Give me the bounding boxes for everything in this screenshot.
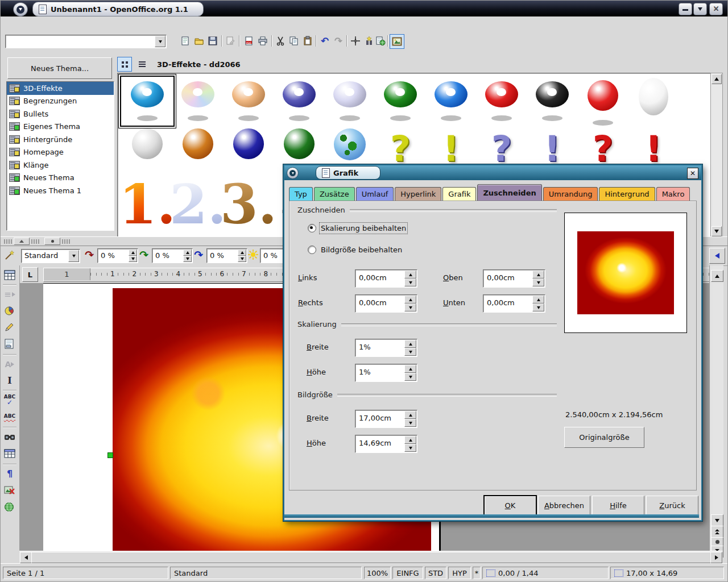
data-sources-icon[interactable] <box>2 446 17 460</box>
navigation-dot-button[interactable] <box>711 537 723 546</box>
gallery-icon[interactable] <box>390 34 404 49</box>
draw-functions-icon[interactable] <box>2 320 17 334</box>
gallery-theme-neues-thema-1[interactable]: Neues Thema 1 <box>7 184 114 197</box>
gallery-item[interactable]: 2. <box>173 174 223 221</box>
dialog-titlebar[interactable]: Grafik ✕ <box>284 165 701 180</box>
status-hyperlink-mode[interactable]: HYP <box>448 567 471 579</box>
blue-spinner[interactable]: 0 % <box>206 248 247 263</box>
spin-down-button[interactable] <box>404 304 416 311</box>
spin-up-button[interactable] <box>404 411 416 419</box>
gallery-theme-bullets[interactable]: Bullets <box>7 107 114 120</box>
hyperlink-dialog-icon[interactable] <box>374 34 387 48</box>
gallery-theme-neues-thema[interactable]: Neues Thema <box>7 172 114 185</box>
spin-up-button[interactable] <box>238 250 246 256</box>
crop-bottom-spinner[interactable]: 0,00cm <box>483 294 545 313</box>
find-icon[interactable] <box>2 430 17 444</box>
print-icon[interactable] <box>256 34 270 48</box>
window-menu-button[interactable] <box>13 2 28 16</box>
spin-up-button[interactable] <box>532 271 544 278</box>
gallery-item[interactable] <box>224 126 274 173</box>
scroll-down-button[interactable] <box>712 226 722 236</box>
tabstop-type-button[interactable]: L <box>22 267 38 282</box>
graphics-onoff-icon[interactable] <box>2 483 17 497</box>
spin-down-button[interactable] <box>404 444 416 452</box>
spin-up-button[interactable] <box>404 365 416 373</box>
document-close-icon[interactable]: ✕ <box>713 4 719 13</box>
help-button[interactable]: Hilfe <box>592 496 644 515</box>
gallery-item[interactable]: 3. <box>224 174 274 221</box>
dialog-close-button[interactable]: ✕ <box>687 168 698 179</box>
copy-icon[interactable] <box>287 34 301 48</box>
spin-up-button[interactable] <box>532 296 544 304</box>
insert-object-icon[interactable] <box>2 304 17 318</box>
new-document-icon[interactable] <box>179 34 192 48</box>
filter-wand-icon[interactable] <box>3 248 16 262</box>
status-zoom[interactable]: 100% <box>364 567 391 579</box>
url-field[interactable] <box>5 35 167 48</box>
spin-up-button[interactable] <box>404 271 416 278</box>
size-height-spinner[interactable]: 14,69cm <box>355 435 417 453</box>
graphics-mode-combo[interactable]: Standard <box>21 249 80 263</box>
save-icon[interactable] <box>206 34 220 48</box>
scroll-up-button[interactable] <box>711 270 723 282</box>
grip-handle[interactable] <box>62 239 70 244</box>
tab-umrandung[interactable]: Umrandung <box>543 187 598 201</box>
gallery-item[interactable] <box>426 78 476 124</box>
redo-icon[interactable]: ↷ <box>332 34 345 48</box>
window-titlebar[interactable]: Unbenannt1 - OpenOffice.org 1.1 ✕ <box>1 1 727 16</box>
previous-page-button[interactable] <box>711 526 723 538</box>
scale-width-spinner[interactable]: 1% <box>355 339 417 357</box>
scale-height-spinner[interactable]: 1% <box>355 364 417 382</box>
spin-down-button[interactable] <box>183 256 192 262</box>
insert-table-icon[interactable] <box>2 268 17 282</box>
edit-file-icon[interactable] <box>224 34 237 48</box>
new-theme-button[interactable]: Neues Thema... <box>7 57 112 79</box>
scroll-right-button[interactable] <box>710 552 722 563</box>
gallery-item[interactable] <box>578 78 628 124</box>
tab-grafik[interactable]: Grafik <box>442 187 476 201</box>
scroll-up-button[interactable] <box>712 74 722 84</box>
spin-down-button[interactable] <box>404 373 416 381</box>
keep-size-radio[interactable]: Bildgröße beibehalten <box>308 246 402 254</box>
vertical-scrollbar[interactable] <box>709 265 723 551</box>
gallery-item[interactable]: 1. <box>122 174 172 221</box>
gallery-scrollbar[interactable] <box>710 73 723 238</box>
gallery-theme-begrenzungen[interactable]: Begrenzungen <box>7 95 114 108</box>
combo-dropdown-button[interactable] <box>68 250 79 262</box>
keep-scale-radio[interactable]: Skalierung beibehalten <box>308 224 406 232</box>
gallery-theme-eigenes-thema[interactable]: Eigenes Thema <box>7 120 114 134</box>
gallery-item[interactable] <box>122 126 172 173</box>
horizontal-scrollbar[interactable] <box>19 551 723 563</box>
maximize-button[interactable] <box>693 3 707 15</box>
navigator-icon[interactable] <box>349 34 362 48</box>
toolbar-scroll-left-button[interactable] <box>709 248 725 264</box>
spin-down-button[interactable] <box>532 304 544 311</box>
spin-down-button[interactable] <box>129 256 137 262</box>
gallery-item[interactable] <box>274 78 324 124</box>
spin-down-button[interactable] <box>238 256 246 262</box>
gallery-item[interactable] <box>325 78 375 124</box>
spin-up-button[interactable] <box>404 436 416 444</box>
paste-icon[interactable] <box>301 34 315 48</box>
undo-icon[interactable]: ↶ <box>318 34 332 48</box>
selection-handle[interactable] <box>107 452 113 458</box>
gallery-float-button[interactable] <box>44 238 60 245</box>
online-layout-icon[interactable] <box>2 500 17 514</box>
spin-down-button[interactable] <box>532 278 544 286</box>
tab-zuschneiden[interactable]: Zuschneiden <box>477 184 541 201</box>
tab-umlauf[interactable]: Umlauf <box>356 187 394 201</box>
gallery-collapse-button[interactable] <box>14 238 30 245</box>
status-page-style[interactable]: Standard <box>170 567 362 579</box>
gallery-item[interactable] <box>224 78 274 124</box>
tab-typ[interactable]: Typ <box>289 187 313 201</box>
nonprinting-characters-icon[interactable]: ¶ <box>2 467 17 481</box>
gallery-item[interactable] <box>173 78 223 124</box>
gallery-item[interactable] <box>477 78 527 124</box>
icon-view-button[interactable] <box>117 57 132 72</box>
auto-spellcheck-icon[interactable]: ABC <box>2 409 17 423</box>
gallery-theme-klänge[interactable]: Klänge <box>7 159 114 172</box>
scroll-down-button[interactable] <box>711 514 723 526</box>
grip-handle[interactable] <box>4 239 12 244</box>
scroll-left-button[interactable] <box>20 552 32 563</box>
tab-hyperlink[interactable]: Hyperlink <box>395 187 441 201</box>
